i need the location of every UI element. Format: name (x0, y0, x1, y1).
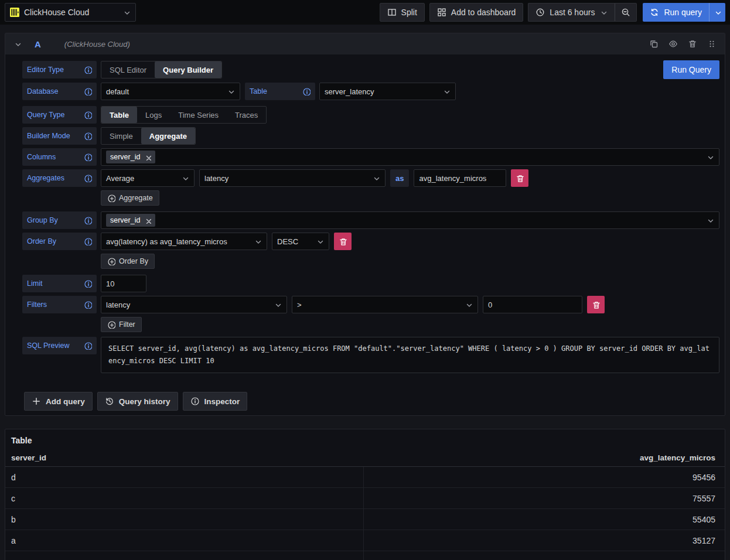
run-query-label: Run query (664, 8, 702, 17)
aggregate-alias-input[interactable] (414, 169, 506, 187)
split-button[interactable]: Split (380, 3, 425, 22)
chevron-down-icon (122, 8, 131, 16)
query-ref-id[interactable]: A (35, 39, 41, 49)
cell-server-id: d (5, 467, 364, 487)
add-filter-button[interactable]: Filter (101, 317, 142, 332)
clickhouse-logo-icon (10, 8, 19, 17)
editor-type-builder[interactable]: Query Builder (155, 62, 221, 78)
plus-circle-icon (107, 320, 115, 329)
table-result-panel: Table server_id avg_latency_micros d 954… (5, 429, 725, 560)
disable-query-icon[interactable] (668, 39, 678, 49)
info-icon[interactable] (84, 132, 92, 140)
run-query-split-button: Run query (643, 3, 725, 22)
group-by-chip: server_id (106, 214, 155, 227)
builder-mode-aggregate[interactable]: Aggregate (141, 128, 195, 144)
add-order-by-button[interactable]: Order By (101, 254, 155, 269)
run-query-interval-button[interactable] (709, 3, 725, 22)
zoom-out-icon (621, 8, 630, 17)
query-type-logs[interactable]: Logs (137, 107, 170, 123)
info-icon[interactable] (84, 153, 92, 161)
chevron-down-icon (227, 87, 235, 95)
run-query-button[interactable]: Run query (643, 3, 709, 22)
inspector-button[interactable]: Inspector (183, 392, 248, 411)
chevron-down-icon (599, 8, 608, 16)
history-icon (105, 397, 114, 406)
builder-mode-simple[interactable]: Simple (101, 128, 141, 144)
info-icon[interactable] (84, 66, 92, 74)
info-icon[interactable] (84, 342, 92, 350)
duplicate-query-icon[interactable] (649, 39, 659, 49)
remove-order-by-button[interactable] (334, 233, 352, 250)
limit-input[interactable] (101, 275, 146, 292)
time-range-button[interactable]: Last 6 hours (528, 3, 615, 22)
query-type-table[interactable]: Table (101, 107, 137, 123)
filter-operator-select[interactable]: > (292, 296, 478, 313)
table-row[interactable]: a 35127 (5, 530, 725, 551)
group-by-multiselect[interactable]: server_id (101, 211, 719, 229)
filters-label: Filters (22, 296, 97, 313)
zoom-out-button[interactable] (615, 3, 637, 22)
order-by-label: Order By (22, 233, 97, 250)
editor-type-group: SQL Editor Query Builder (101, 61, 222, 78)
query-type-traces[interactable]: Traces (227, 107, 266, 123)
info-icon[interactable] (84, 301, 92, 309)
datasource-picker[interactable]: ClickHouse Cloud (5, 3, 136, 22)
sql-preview-label: SQL Preview (22, 337, 97, 354)
table-row-spacer (5, 551, 725, 560)
column-header-server-id[interactable]: server_id (5, 453, 364, 462)
add-to-dashboard-button[interactable]: Add to dashboard (429, 3, 524, 22)
cell-server-id: c (5, 488, 364, 508)
run-query-editor-button[interactable]: Run Query (663, 60, 719, 79)
info-icon[interactable] (84, 111, 92, 119)
query-type-timeseries[interactable]: Time Series (170, 107, 227, 123)
collapse-chevron-icon[interactable] (13, 40, 22, 48)
table-select[interactable]: server_latency (319, 83, 456, 100)
builder-mode-group: Simple Aggregate (101, 127, 196, 145)
limit-label: Limit (22, 275, 97, 292)
sync-icon (650, 8, 659, 17)
info-icon[interactable] (84, 87, 92, 95)
info-icon[interactable] (302, 87, 311, 95)
aggregate-function-select[interactable]: Average (101, 169, 195, 187)
query-type-label: Query Type (22, 106, 97, 124)
columns-multiselect[interactable]: server_id (101, 148, 719, 166)
add-query-button[interactable]: Add query (24, 392, 93, 411)
explore-toolbar: ClickHouse Cloud Split Add to dashboard … (0, 0, 730, 25)
info-icon[interactable] (84, 174, 92, 182)
apps-icon (437, 8, 446, 17)
trash-icon (592, 301, 600, 309)
query-history-button[interactable]: Query history (97, 392, 178, 411)
order-by-direction-select[interactable]: DESC (272, 233, 329, 250)
order-by-field-select[interactable]: avg(latency) as avg_latency_micros (101, 233, 267, 250)
chevron-down-icon (714, 8, 722, 16)
remove-chip-icon[interactable] (144, 153, 151, 161)
info-icon[interactable] (84, 216, 92, 224)
column-header-avg-latency[interactable]: avg_latency_micros (364, 453, 725, 462)
drag-handle-icon[interactable] (707, 39, 717, 49)
remove-filter-button[interactable] (587, 296, 605, 313)
columns-chip: server_id (106, 151, 155, 163)
database-select[interactable]: default (101, 83, 240, 100)
remove-query-icon[interactable] (688, 39, 697, 49)
editor-type-sql[interactable]: SQL Editor (101, 62, 155, 78)
add-aggregate-button[interactable]: Aggregate (101, 190, 159, 206)
time-range-label: Last 6 hours (550, 8, 595, 17)
editor-type-label: Editor Type (22, 61, 97, 78)
info-icon[interactable] (84, 279, 92, 288)
table-row[interactable]: b 55405 (5, 509, 725, 530)
table-label: Table (245, 83, 315, 100)
database-label: Database (22, 83, 97, 100)
datasource-hint: (ClickHouse Cloud) (64, 40, 641, 49)
table-row[interactable]: c 75557 (5, 488, 725, 509)
filter-value-input[interactable] (483, 296, 582, 313)
aggregates-label: Aggregates (22, 169, 97, 187)
aggregate-column-select[interactable]: latency (199, 169, 386, 187)
info-icon[interactable] (84, 237, 92, 245)
remove-chip-icon[interactable] (144, 217, 151, 224)
add-to-dashboard-label: Add to dashboard (451, 8, 516, 17)
table-row[interactable]: d 95456 (5, 467, 725, 488)
split-icon (387, 8, 397, 17)
cell-avg-latency: 55405 (364, 515, 725, 524)
remove-aggregate-button[interactable] (511, 169, 528, 187)
filter-column-select[interactable]: latency (101, 296, 287, 313)
